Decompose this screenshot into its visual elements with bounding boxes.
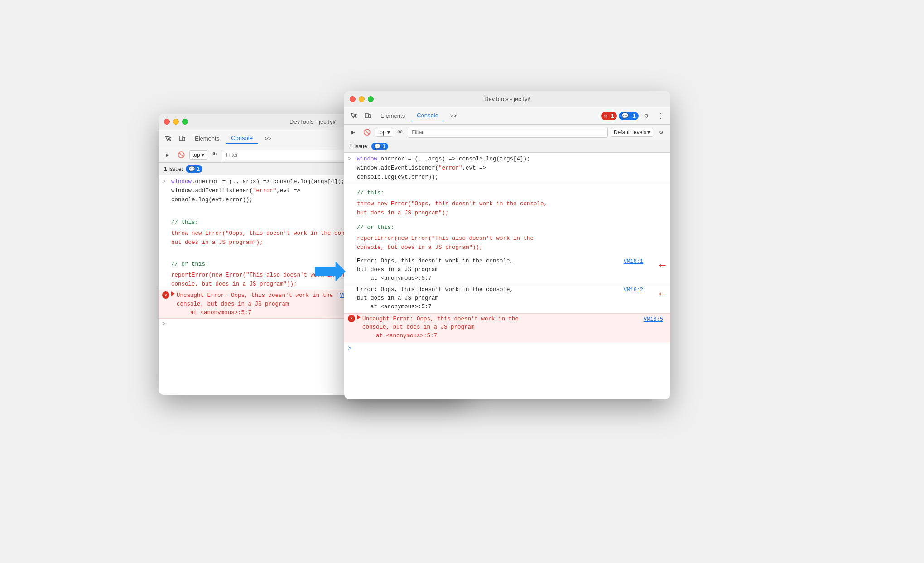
console-output-front: > window.onerror = (...args) => console.… bbox=[344, 153, 670, 399]
eye-btn-front[interactable]: 👁 bbox=[396, 128, 405, 137]
tab-elements-front[interactable]: Elements bbox=[375, 111, 410, 121]
top-label-front: top bbox=[378, 129, 386, 136]
error-plain-2-front: Error: Oops, this doesn't work in the co… bbox=[344, 284, 670, 313]
report-line-1-front: reportError(new Error("This also doesn't… bbox=[357, 235, 534, 242]
throw-code-back: throw new Error("Oops, this doesn't work… bbox=[171, 230, 355, 237]
tab-more-back[interactable]: >> bbox=[259, 133, 277, 144]
close-button-back[interactable] bbox=[164, 119, 170, 125]
main-scene: DevTools - jec.fyi/ Elements Console >> bbox=[145, 78, 779, 485]
top-chevron-front: ▾ bbox=[387, 129, 390, 136]
error-icon-front: ✕ bbox=[348, 315, 355, 322]
minimize-button-back[interactable] bbox=[173, 119, 179, 125]
comment-1-front: // this: bbox=[344, 188, 670, 199]
tab-console-front[interactable]: Console bbox=[411, 110, 444, 121]
triangle-icon-back bbox=[171, 291, 175, 296]
svg-rect-2 bbox=[365, 113, 368, 118]
device-icon-back bbox=[178, 135, 185, 142]
error-source-1-front[interactable]: VM16:1 bbox=[624, 257, 643, 266]
comment-text-2-front: // or this: bbox=[357, 224, 395, 231]
prompt-1-front: > bbox=[348, 155, 351, 164]
report-line-2-front: console, but does in a JS program")); bbox=[357, 244, 483, 251]
error-text-3-back: at <anonymous>:5:7 bbox=[177, 310, 251, 316]
top-dropdown-back[interactable]: top ▾ bbox=[189, 150, 207, 160]
maximize-button-front[interactable] bbox=[368, 96, 374, 102]
top-dropdown-front[interactable]: top ▾ bbox=[375, 128, 393, 137]
comment-text-1-back: // this: bbox=[171, 219, 198, 226]
issues-label-front: 1 Issue: bbox=[350, 143, 369, 150]
error-hl-text-2-front: console, but does in a JS program bbox=[362, 324, 475, 330]
svg-rect-0 bbox=[179, 136, 183, 141]
code-report-front: reportError(new Error("This also doesn't… bbox=[344, 233, 670, 253]
throw-code-2-back: but does in a JS program"); bbox=[171, 239, 263, 246]
badge-container-front: ✕ 1 💬 1 bbox=[601, 112, 639, 120]
filter-input-front[interactable] bbox=[408, 127, 608, 138]
prompt-1-back: > bbox=[162, 177, 166, 186]
device-icon-front bbox=[364, 112, 371, 120]
top-label-back: top bbox=[192, 152, 200, 158]
spacer-2-front bbox=[344, 218, 670, 222]
window-title-back: DevTools - jec.fyi/ bbox=[289, 118, 336, 125]
triangle-icon-front bbox=[357, 315, 361, 320]
code-throw-front: throw new Error("Oops, this doesn't work… bbox=[344, 199, 670, 218]
more-btn-front[interactable]: ⋮ bbox=[654, 111, 667, 121]
block-btn-back[interactable]: 🚫 bbox=[176, 150, 187, 160]
throw-line-1-front: throw new Error("Oops, this doesn't work… bbox=[357, 201, 547, 207]
default-levels-front[interactable]: Default levels ▾ bbox=[611, 128, 653, 137]
inspect-icon-back bbox=[164, 135, 172, 142]
error-hl-text-3-front: at <anonymous>:5:7 bbox=[362, 333, 437, 339]
error-plain-1-front: Error: Oops, this doesn't work in the co… bbox=[344, 256, 670, 284]
error-hl-text-1-front: Uncaught Error: Oops, this doesn't work … bbox=[362, 316, 519, 322]
error-plain-text-3-front: at <anonymous>:5:7 bbox=[357, 275, 432, 282]
clear-btn-back[interactable]: ▶ bbox=[162, 150, 173, 160]
comment-text-2-back: // or this: bbox=[171, 261, 209, 267]
console-body-front: ▶ 🚫 top ▾ 👁 Default levels ▾ ⚙ 1 Issue: … bbox=[344, 125, 670, 399]
device-mode-btn-back[interactable] bbox=[176, 133, 188, 145]
settings-btn-front[interactable]: ⚙ bbox=[640, 110, 652, 122]
maximize-button-back[interactable] bbox=[182, 119, 188, 125]
window-kw-front: window bbox=[357, 156, 377, 162]
code-entry-1-front: > window.onerror = (...args) => console.… bbox=[344, 153, 670, 184]
error-badge-front: ✕ 1 bbox=[601, 112, 617, 120]
comment-text-1-front: // this: bbox=[357, 190, 384, 196]
svg-rect-1 bbox=[183, 137, 185, 141]
default-levels-label-front: Default levels bbox=[614, 129, 646, 136]
clear-btn-front[interactable]: ▶ bbox=[348, 127, 359, 138]
issues-badge-back: 💬 1 bbox=[186, 165, 202, 173]
error-plain2-text-1-front: Error: Oops, this doesn't work in the co… bbox=[357, 286, 513, 293]
error-source-2-front[interactable]: VM16:2 bbox=[624, 286, 643, 294]
block-btn-front[interactable]: 🚫 bbox=[361, 127, 372, 138]
blue-arrow: ➡ bbox=[313, 250, 346, 291]
tab-more-front[interactable]: >> bbox=[445, 111, 462, 121]
tab-bar-front: Elements Console >> bbox=[375, 110, 596, 121]
error-highlight-content-front: Uncaught Error: Oops, this doesn't work … bbox=[362, 315, 648, 340]
traffic-lights-back bbox=[164, 119, 188, 125]
error-source-3-front[interactable]: VM16:5 bbox=[644, 315, 663, 324]
inspect-element-btn-front[interactable] bbox=[348, 110, 360, 122]
error-text-2-back: console, but does in a JS program bbox=[177, 301, 289, 307]
error-icon-back: ✕ bbox=[162, 291, 169, 299]
inspect-element-btn-back[interactable] bbox=[162, 133, 174, 145]
input-caret-front: > bbox=[348, 345, 351, 352]
device-mode-btn-front[interactable] bbox=[361, 110, 373, 122]
eye-btn-back[interactable]: 👁 bbox=[210, 150, 219, 160]
main-toolbar-front: Elements Console >> ✕ 1 💬 1 ⚙ ⋮ bbox=[344, 107, 670, 125]
error-highlight-front: ✕ Uncaught Error: Oops, this doesn't wor… bbox=[344, 313, 670, 342]
report-code-2-back: console, but does in a JS program")); bbox=[171, 281, 297, 287]
red-arrow-1-front: ← bbox=[659, 257, 666, 274]
tab-elements-back[interactable]: Elements bbox=[189, 133, 225, 144]
close-button-front[interactable] bbox=[350, 96, 356, 102]
error-plain-text-2-front: but does in a JS program bbox=[357, 267, 438, 273]
issues-bar-front: 1 Issue: 💬 1 bbox=[344, 140, 670, 153]
spacer-1-front bbox=[344, 184, 670, 188]
titlebar-front: DevTools - jec.fyi/ bbox=[344, 91, 670, 107]
minimize-button-front[interactable] bbox=[359, 96, 365, 102]
issues-badge-front: 💬 1 bbox=[371, 143, 388, 150]
window-title-front: DevTools - jec.fyi/ bbox=[484, 96, 530, 102]
error-plain2-text-3-front: at <anonymous>:5:7 bbox=[357, 304, 432, 310]
settings-console-btn-front[interactable]: ⚙ bbox=[656, 127, 667, 138]
console-toolbar-front: ▶ 🚫 top ▾ 👁 Default levels ▾ ⚙ bbox=[344, 125, 670, 140]
top-chevron-back: ▾ bbox=[202, 152, 204, 158]
issues-label-back: 1 Issue: bbox=[164, 166, 183, 172]
default-levels-chevron-front: ▾ bbox=[647, 129, 650, 136]
tab-console-back[interactable]: Console bbox=[226, 133, 258, 144]
